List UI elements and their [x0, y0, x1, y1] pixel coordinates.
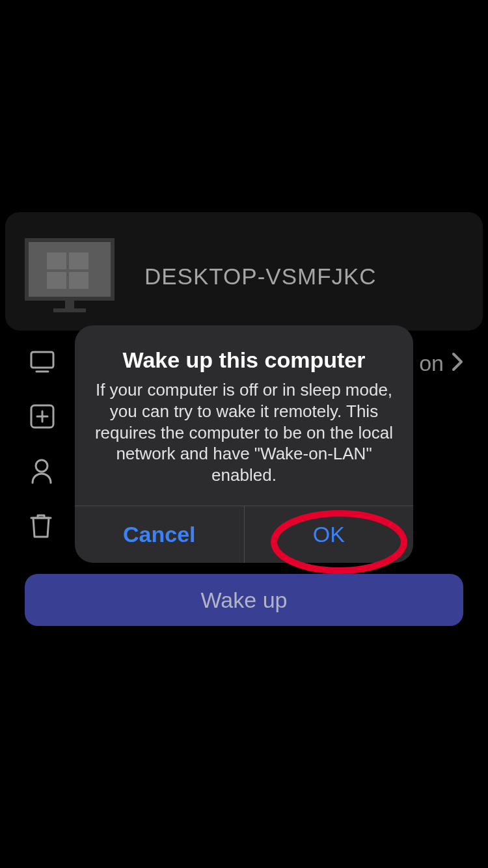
card-header: DESKTOP-VSMFJKC	[25, 238, 463, 315]
chevron-right-icon	[452, 352, 463, 374]
wake-up-dialog: Wake up this computer If your computer i…	[75, 325, 413, 563]
svg-rect-8	[31, 352, 53, 368]
plus-square-icon	[30, 404, 66, 431]
dialog-message: If your computer is off or in sleep mode…	[92, 379, 396, 486]
cancel-button[interactable]: Cancel	[75, 506, 244, 563]
option-trailing: on	[419, 351, 463, 376]
cancel-button-label: Cancel	[123, 522, 196, 547]
wake-up-button[interactable]: Wake up	[25, 574, 463, 626]
svg-rect-7	[69, 272, 88, 289]
svg-rect-3	[53, 308, 86, 312]
option-trailing-text: on	[419, 351, 444, 376]
svg-rect-4	[47, 252, 66, 269]
dialog-content: Wake up this computer If your computer i…	[75, 325, 413, 506]
monitor-icon	[25, 238, 115, 315]
computer-detail-card: DESKTOP-VSMFJKC on	[5, 212, 483, 331]
dialog-title: Wake up this computer	[92, 347, 396, 373]
trash-icon	[30, 513, 66, 541]
user-icon	[30, 458, 66, 487]
svg-point-13	[36, 460, 47, 472]
wake-up-button-label: Wake up	[201, 588, 288, 613]
display-icon	[30, 351, 66, 375]
svg-rect-2	[65, 301, 74, 308]
ok-button-label: OK	[313, 522, 345, 547]
svg-rect-6	[47, 272, 66, 289]
dialog-button-row: Cancel OK	[75, 506, 413, 563]
ok-button[interactable]: OK	[244, 506, 414, 563]
svg-rect-5	[69, 252, 88, 269]
computer-name-label: DESKTOP-VSMFJKC	[144, 264, 377, 290]
